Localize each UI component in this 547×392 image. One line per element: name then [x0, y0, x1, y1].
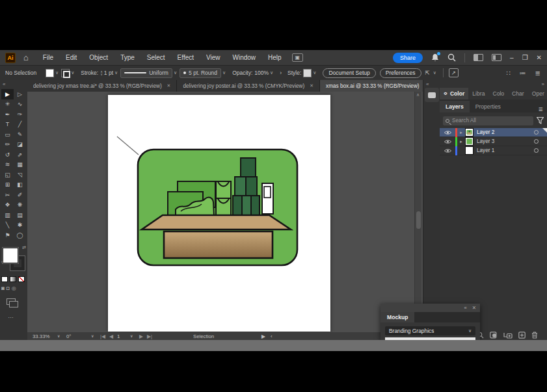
zoom-tool[interactable]: ◯ — [14, 230, 26, 241]
zoom-level[interactable]: 33.33% — [33, 333, 49, 339]
first-artboard-icon[interactable]: |◀ — [100, 333, 105, 339]
menu-object[interactable]: Object — [89, 54, 108, 61]
artboard-tool[interactable]: ▤ — [14, 210, 26, 220]
illustrator-app-icon[interactable]: Ai — [5, 53, 16, 63]
gradient-tool[interactable]: ◧ — [14, 180, 26, 190]
shaper-tool[interactable]: ✏ — [1, 140, 14, 150]
chevron-down-icon[interactable]: ∨ — [270, 70, 273, 75]
vertical-scrollbar[interactable]: ∧ — [414, 92, 421, 332]
magic-wand-tool[interactable]: ✳ — [1, 99, 14, 110]
rotate-tool[interactable]: ↺ — [1, 150, 14, 160]
rotation-chevron-icon[interactable]: ∨ — [91, 333, 94, 338]
menu-help[interactable]: Help — [268, 54, 282, 61]
type-tool[interactable]: T — [1, 120, 14, 130]
perspective-grid-tool[interactable]: ◹ — [14, 170, 26, 180]
overflow-chevron[interactable]: › — [280, 70, 282, 76]
slice-tool[interactable]: ╲ — [1, 220, 14, 231]
select-similar-icon[interactable]: ⇱ — [425, 70, 430, 76]
visibility-eye-icon[interactable] — [444, 130, 451, 135]
pen-tool[interactable]: ✒ — [1, 109, 14, 120]
menu-type[interactable]: Type — [120, 54, 135, 61]
rectangle-tool[interactable]: ▭ — [1, 129, 14, 140]
mesh-tool[interactable]: ⊞ — [1, 180, 14, 190]
layer-thumbnail[interactable] — [465, 137, 474, 146]
menu-lines-icon[interactable]: ≣ — [535, 70, 540, 77]
width-profile-dropdown[interactable]: Uniform — [120, 68, 172, 78]
share-document-icon[interactable]: ↗ — [449, 68, 459, 77]
restore-button[interactable]: ❐ — [522, 54, 528, 61]
layer-target-circle[interactable] — [534, 148, 539, 153]
comments-button[interactable] — [425, 88, 439, 102]
menu-effect[interactable]: Effect — [178, 54, 194, 61]
fill-indicator[interactable] — [3, 248, 18, 263]
layer-name[interactable]: Layer 3 — [477, 138, 534, 144]
stroke-weight-value[interactable]: 1 pt — [104, 70, 113, 76]
preferences-button[interactable]: Preferences — [380, 68, 421, 78]
more-tools-ellipsis[interactable]: … — [8, 313, 14, 319]
new-sublayer-icon[interactable] — [503, 332, 513, 339]
layer-row-layer2[interactable]: ▸ Layer 2 — [440, 128, 547, 137]
tab-character[interactable]: Char — [508, 88, 528, 99]
chevron-down-icon[interactable]: ∨ — [433, 70, 436, 75]
collapse-dock-icon[interactable]: « — [426, 81, 429, 87]
chevron-down-icon[interactable]: ∨ — [55, 70, 59, 75]
home-icon[interactable]: ⌂ — [23, 53, 29, 62]
layer-target-circle[interactable] — [534, 130, 539, 135]
eraser-tool[interactable]: ◪ — [14, 140, 26, 150]
color-mode-button[interactable] — [1, 276, 8, 282]
width-tool[interactable]: ≋ — [1, 160, 14, 170]
selection-tool[interactable]: ▶ — [1, 89, 14, 99]
tab-layers[interactable]: Layers — [440, 101, 470, 112]
eyedropper-tool[interactable]: ✐ — [14, 190, 26, 200]
delete-layer-trash-icon[interactable] — [531, 332, 538, 339]
layer-thumbnail[interactable] — [465, 146, 474, 155]
gradient-mode-button[interactable] — [10, 276, 16, 282]
status-arrow-icon[interactable]: ▶ — [261, 333, 265, 339]
opacity-value[interactable]: 100% — [254, 70, 269, 76]
layer-target-circle[interactable] — [534, 139, 539, 144]
layers-menu-icon[interactable]: ≣ — [538, 106, 547, 112]
blend-tool[interactable]: ❖ — [1, 200, 14, 211]
canvas-pasteboard[interactable]: ∧ — [27, 92, 423, 332]
graphic-style-swatch[interactable] — [303, 69, 312, 77]
stroke-color-swatch[interactable] — [61, 69, 70, 77]
fill-color-swatch[interactable] — [46, 69, 54, 77]
chevron-down-icon[interactable]: ∨ — [114, 70, 118, 75]
tab-color-guide[interactable]: Colo — [488, 88, 508, 99]
curvature-tool[interactable]: ✑ — [14, 109, 26, 120]
hand-tool[interactable]: ✱ — [14, 220, 26, 231]
workspace-layout-icon[interactable] — [474, 54, 483, 61]
tab-opentype[interactable]: Oper — [528, 88, 547, 99]
tab-poster[interactable]: delivering joy poster.ai @ 33.33 % (CMYK… — [177, 80, 320, 92]
layer-name[interactable]: Layer 2 — [477, 129, 534, 135]
collapse-toolbar-icon[interactable]: « — [3, 81, 5, 87]
artboard-artwork[interactable] — [108, 95, 330, 332]
brush-definition-dropdown[interactable]: 5 pt. Round — [180, 68, 221, 78]
layer-row-layer3[interactable]: ▸ Layer 3 — [440, 137, 547, 146]
status-chevron-icon[interactable]: ‹ — [271, 333, 273, 339]
search-icon[interactable] — [447, 53, 456, 62]
tab-properties[interactable]: Properties — [470, 101, 507, 112]
column-graph-tool[interactable]: ▥ — [1, 210, 14, 220]
artboard-chevron-icon[interactable]: ∨ — [130, 333, 133, 338]
notifications-bell-icon[interactable] — [431, 53, 439, 62]
chevron-down-icon[interactable]: ∨ — [313, 70, 316, 75]
direct-selection-tool[interactable]: ▷ — [14, 89, 26, 99]
mockup-category-dropdown[interactable]: Branding Graphics ∨ — [385, 326, 475, 335]
toolbar-edit-button[interactable]: ⚑ — [1, 230, 14, 241]
scale-tool[interactable]: ⇗ — [14, 150, 26, 160]
draw-inside-icon[interactable]: ◎ — [12, 285, 16, 291]
tab-mockup[interactable]: Mockup — [380, 312, 414, 322]
symbol-sprayer-tool[interactable]: ❋ — [14, 200, 26, 211]
expand-layer-chevron[interactable]: ▸ — [457, 139, 465, 144]
clipping-mask-icon[interactable] — [490, 332, 498, 339]
share-button[interactable]: Share — [393, 53, 423, 63]
draw-behind-icon[interactable]: ◘ — [7, 285, 10, 291]
default-fill-stroke-icon[interactable]: ▫ — [1, 259, 3, 264]
document-arrange-icon[interactable]: ▣ — [292, 53, 303, 62]
shape-builder-tool[interactable]: ◱ — [1, 170, 14, 180]
zoom-chevron-icon[interactable]: ∨ — [57, 333, 60, 338]
stroke-weight-stepper[interactable]: ∧∨ — [100, 70, 103, 75]
scroll-up-icon[interactable]: ∧ — [416, 92, 420, 98]
panel-layout-icon[interactable] — [492, 54, 501, 61]
